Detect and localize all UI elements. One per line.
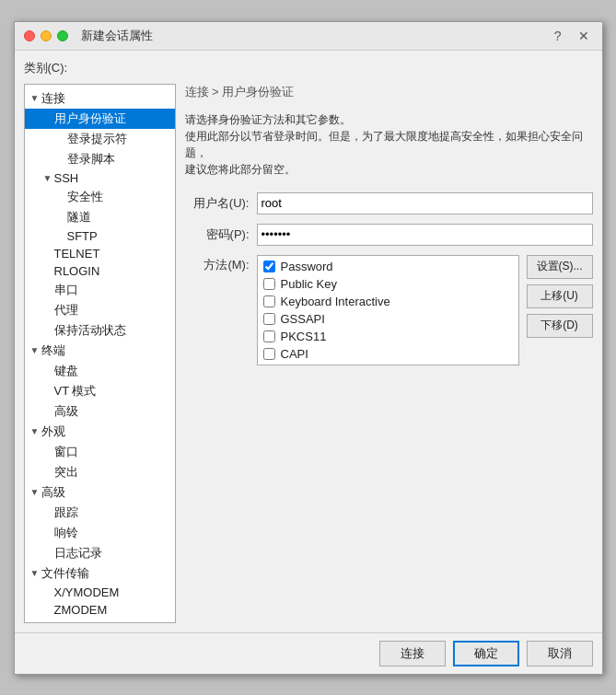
sidebar-item-keyboard[interactable]: 键盘 — [25, 361, 175, 381]
sidebar-item-telnet[interactable]: TELNET — [25, 245, 175, 262]
method-label-pubkey: Public Key — [281, 277, 337, 291]
method-checkbox-capi[interactable] — [263, 348, 275, 360]
sidebar-item-zmodem[interactable]: ZMODEM — [25, 601, 175, 619]
sidebar-item-label-user-auth: 用户身份验证 — [54, 110, 126, 127]
sidebar-item-keepalive[interactable]: 保持活动状态 — [25, 320, 175, 341]
method-checkbox-password[interactable] — [263, 261, 275, 272]
sidebar-item-highlight[interactable]: 突出 — [25, 462, 175, 482]
sidebar-item-xymodem[interactable]: X/YMODEM — [25, 584, 175, 601]
sidebar-item-terminal[interactable]: ▼终端 — [25, 341, 175, 361]
titlebar-right: ? ✕ — [551, 29, 593, 43]
settings-button[interactable]: 设置(S)... — [527, 255, 593, 279]
window-title: 新建会话属性 — [81, 28, 153, 44]
sidebar-item-connection[interactable]: ▼连接 — [25, 88, 175, 109]
method-label: 方法(M): — [185, 255, 250, 273]
sidebar-item-log[interactable]: 日志记录 — [25, 543, 175, 563]
sidebar-item-label-bell: 响铃 — [54, 525, 78, 541]
method-buttons: 设置(S)... 上移(U) 下移(D) — [527, 255, 593, 365]
desc-line1: 请选择身份验证方法和其它参数。 — [185, 111, 593, 128]
sidebar-item-serial[interactable]: 串口 — [25, 280, 175, 300]
sidebar-item-label-rlogin: RLOGIN — [54, 264, 100, 278]
username-row: 用户名(U): — [185, 192, 593, 214]
down-button[interactable]: 下移(D) — [527, 314, 593, 338]
method-label-gssapi: GSSAPI — [281, 312, 325, 326]
sidebar-item-label-zmodem: ZMODEM — [54, 603, 108, 617]
method-item-password: Password — [263, 260, 513, 273]
sidebar-item-window[interactable]: 窗口 — [25, 442, 175, 462]
sidebar-item-login-hint[interactable]: 登录提示符 — [25, 129, 175, 149]
expander-icon-ssh: ▼ — [41, 173, 54, 183]
sidebar-item-proxy[interactable]: 代理 — [25, 300, 175, 320]
desc-line2: 使用此部分以节省登录时间。但是，为了最大限度地提高安全性，如果担心安全问题， — [185, 128, 593, 161]
sidebar-item-advanced2[interactable]: ▼高级 — [25, 482, 175, 503]
sidebar-item-label-tunnel: 隧道 — [67, 209, 91, 226]
titlebar-left: 新建会话属性 — [24, 28, 153, 44]
method-checkbox-pubkey[interactable] — [263, 278, 275, 290]
sidebar-item-label-keyboard: 键盘 — [54, 363, 78, 379]
sidebar-item-label-appearance: 外观 — [41, 423, 65, 440]
sidebar: ▼连接用户身份验证登录提示符登录脚本▼SSH安全性隧道SFTPTELNETRLO… — [24, 84, 176, 623]
help-button[interactable]: ? — [551, 29, 565, 43]
maximize-traffic-light[interactable] — [57, 30, 68, 41]
window-body: 类别(C): ▼连接用户身份验证登录提示符登录脚本▼SSH安全性隧道SFTPTE… — [15, 51, 602, 632]
sidebar-item-label-highlight: 突出 — [54, 464, 78, 481]
sidebar-item-appearance[interactable]: ▼外观 — [25, 422, 175, 442]
sidebar-item-vt-mode[interactable]: VT 模式 — [25, 381, 175, 401]
sidebar-item-label-sftp: SFTP — [67, 229, 98, 243]
sidebar-item-label-advanced2: 高级 — [41, 484, 65, 501]
right-panel: 连接 > 用户身份验证 请选择身份验证方法和其它参数。 使用此部分以节省登录时间… — [185, 84, 593, 623]
sidebar-item-tunnel[interactable]: 隧道 — [25, 207, 175, 227]
password-label: 密码(P): — [185, 226, 250, 243]
sidebar-item-label-serial: 串口 — [54, 282, 78, 298]
method-list: PasswordPublic KeyKeyboard InteractiveGS… — [257, 255, 519, 365]
sidebar-item-ssh[interactable]: ▼SSH — [25, 169, 175, 187]
sidebar-item-user-auth[interactable]: 用户身份验证 — [25, 109, 175, 129]
sidebar-item-label-file-transfer: 文件传输 — [41, 565, 89, 582]
method-label-keyboard: Keyboard Interactive — [281, 295, 390, 308]
sidebar-item-label-log: 日志记录 — [54, 545, 102, 562]
sidebar-item-advanced[interactable]: 高级 — [25, 401, 175, 422]
method-label-pkcs11: PKCS11 — [281, 330, 327, 343]
expander-icon-file-transfer: ▼ — [29, 568, 41, 578]
method-section: 方法(M): PasswordPublic KeyKeyboard Intera… — [185, 255, 593, 365]
category-label: 类别(C): — [24, 60, 593, 76]
cancel-button[interactable]: 取消 — [527, 641, 593, 666]
sidebar-item-label-ssh: SSH — [54, 171, 79, 185]
sidebar-item-label-advanced: 高级 — [54, 403, 78, 420]
sidebar-item-label-trace: 跟踪 — [54, 504, 78, 521]
sidebar-item-label-proxy: 代理 — [54, 302, 78, 319]
method-item-gssapi: GSSAPI — [263, 312, 513, 326]
bottom-bar: 连接 确定 取消 — [15, 632, 602, 674]
sidebar-item-file-transfer[interactable]: ▼文件传输 — [25, 563, 175, 584]
close-traffic-light[interactable] — [24, 30, 35, 41]
sidebar-item-bell[interactable]: 响铃 — [25, 523, 175, 543]
method-item-capi: CAPI — [263, 347, 513, 361]
minimize-traffic-light[interactable] — [41, 30, 52, 41]
method-checkbox-gssapi[interactable] — [263, 313, 275, 325]
sidebar-item-trace[interactable]: 跟踪 — [25, 503, 175, 523]
sidebar-item-sftp[interactable]: SFTP — [25, 227, 175, 245]
close-button[interactable]: ✕ — [575, 29, 593, 43]
up-button[interactable]: 上移(U) — [527, 284, 593, 308]
username-input[interactable] — [257, 192, 593, 214]
sidebar-item-label-keepalive: 保持活动状态 — [54, 322, 126, 339]
username-label: 用户名(U): — [185, 195, 250, 212]
sidebar-item-security[interactable]: 安全性 — [25, 187, 175, 207]
sidebar-item-rlogin[interactable]: RLOGIN — [25, 262, 175, 280]
password-row: 密码(P): — [185, 224, 593, 246]
sidebar-item-login-script[interactable]: 登录脚本 — [25, 149, 175, 169]
expander-icon-appearance: ▼ — [29, 426, 41, 436]
sidebar-item-label-login-hint: 登录提示符 — [67, 131, 127, 147]
titlebar: 新建会话属性 ? ✕ — [15, 22, 602, 51]
description: 请选择身份验证方法和其它参数。 使用此部分以节省登录时间。但是，为了最大限度地提… — [185, 111, 593, 178]
connect-button[interactable]: 连接 — [379, 641, 446, 666]
sidebar-item-label-terminal: 终端 — [41, 342, 65, 359]
sidebar-item-label-security: 安全性 — [67, 189, 103, 205]
password-input[interactable] — [257, 224, 593, 246]
ok-button[interactable]: 确定 — [453, 641, 519, 666]
expander-icon-connection: ▼ — [29, 93, 41, 103]
method-checkbox-keyboard[interactable] — [263, 295, 275, 307]
breadcrumb: 连接 > 用户身份验证 — [185, 84, 593, 100]
expander-icon-terminal: ▼ — [29, 345, 41, 355]
method-checkbox-pkcs11[interactable] — [263, 330, 275, 342]
